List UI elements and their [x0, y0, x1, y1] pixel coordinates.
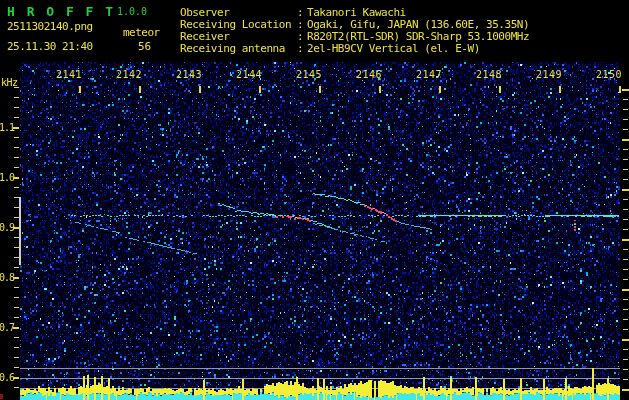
- spectrogram-canvas: [0, 0, 629, 400]
- info-row-antenna: Receiving antenna : 2el-HB9CV Vertical (…: [180, 42, 480, 55]
- freq-tick-label: 0.9: [0, 222, 14, 233]
- freq-tick-label: 0.8: [0, 272, 14, 283]
- app-version: 1.0.0: [117, 6, 147, 17]
- meteor-count: 56: [138, 40, 151, 53]
- output-filename: 2511302140.png: [7, 20, 93, 33]
- freq-tick-label: 0.7: [0, 322, 14, 333]
- freq-tick-label: 0.6: [0, 372, 14, 383]
- time-tick-label: 2142: [105, 69, 153, 80]
- time-tick-label: 2148: [465, 69, 513, 80]
- time-tick-label: 2144: [225, 69, 273, 80]
- info-colon: :: [297, 42, 307, 55]
- time-tick-label: 2141: [45, 69, 93, 80]
- app-title: H R O F F T: [7, 4, 115, 19]
- time-tick-label: 2147: [405, 69, 453, 80]
- mode-label: meteor: [123, 26, 160, 39]
- time-tick-label: 2146: [345, 69, 393, 80]
- info-value: 2el-HB9CV Vertical (el. E-W): [307, 42, 480, 55]
- time-tick-label: 2145: [285, 69, 333, 80]
- time-tick-label: 2143: [165, 69, 213, 80]
- khz-unit-label: kHz: [1, 77, 18, 88]
- freq-tick-label: 1.0: [0, 172, 14, 183]
- info-label: Receiving antenna: [180, 42, 297, 55]
- freq-tick-label: 1.1: [0, 122, 14, 133]
- hrofft-window: H R O F F T 1.0.0 2511302140.png meteor …: [0, 0, 629, 400]
- time-tick-label: 2150: [585, 69, 629, 80]
- time-tick-label: 2149: [525, 69, 573, 80]
- record-datetime: 25.11.30 21:40: [7, 40, 93, 53]
